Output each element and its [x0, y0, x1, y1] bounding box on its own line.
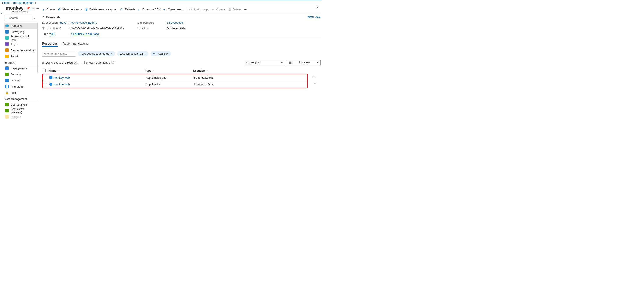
deployments-icon	[5, 66, 9, 70]
sidebar-item-events[interactable]: Events	[4, 53, 37, 59]
cube-icon	[5, 24, 9, 28]
column-header-type[interactable]: Type↑↓	[145, 69, 193, 72]
shield-icon	[5, 72, 9, 76]
breadcrumb-separator-icon: ›	[11, 1, 12, 4]
essentials-collapse-icon[interactable]: ⌃	[42, 16, 45, 19]
location-label: Location	[137, 26, 164, 31]
subscription-move-link[interactable]: move	[60, 21, 66, 24]
open-query-button[interactable]: ∞ Open query	[164, 8, 183, 11]
table-row[interactable]: monkey-web App Service plan Southeast As…	[43, 74, 307, 81]
sidebar-search[interactable]: ⌕	[4, 15, 32, 21]
access-control-icon	[5, 36, 9, 40]
select-all-checkbox[interactable]	[42, 69, 46, 72]
sort-icon: ↑↓	[206, 70, 208, 72]
sidebar-search-input[interactable]	[8, 16, 28, 20]
sidebar-section-cost: Cost Management	[4, 96, 37, 102]
refresh-icon: ⟳	[120, 8, 124, 11]
view-dropdown[interactable]: ☰ List view ▾	[287, 60, 321, 65]
resource-location: Southeast Asia	[194, 83, 238, 86]
breadcrumb-home[interactable]: Home	[2, 1, 10, 4]
cost-analysis-icon	[5, 103, 9, 106]
app-service-plan-icon	[49, 76, 52, 79]
sort-icon: ↑↓	[58, 70, 59, 72]
resource-location: Southeast Asia	[194, 76, 238, 79]
manage-view-button[interactable]: ⚙ Manage view ▾	[58, 8, 82, 11]
list-view-icon: ☰	[289, 61, 292, 64]
breadcrumb-separator-icon: ›	[35, 1, 36, 4]
sidebar-item-overview[interactable]: Overview	[4, 22, 37, 29]
delete-rg-button[interactable]: 🗑 Delete resource group	[85, 8, 118, 11]
deployments-link[interactable]: 1 Succeeded	[166, 21, 183, 24]
location-value: : Southeast Asia	[165, 26, 186, 31]
visualizer-icon	[5, 48, 9, 52]
close-blade-icon[interactable]: ✕	[316, 6, 319, 9]
grouping-dropdown[interactable]: No grouping ▾	[244, 60, 285, 65]
refresh-button[interactable]: ⟳ Refresh	[120, 8, 135, 11]
info-icon: ⓘ	[111, 60, 114, 64]
close-icon[interactable]: ✕	[111, 52, 113, 55]
sidebar-item-deployments[interactable]: Deployments	[4, 65, 37, 71]
column-header-name[interactable]: Name↑↓	[49, 69, 145, 72]
pin-icon[interactable]: 📌	[26, 6, 30, 10]
breadcrumb: Home › Resource groups ›	[0, 0, 322, 5]
gear-icon: ⚙	[58, 8, 61, 11]
subscription-id-label: Subscription ID	[42, 26, 68, 31]
sidebar-item-resource-visualizer[interactable]: Resource visualizer	[4, 47, 37, 53]
essentials-title: Essentials	[46, 16, 61, 19]
add-filter-button[interactable]: ⁺▽ Add filter	[150, 51, 171, 56]
row-checkbox[interactable]	[43, 82, 46, 86]
download-icon: ↓	[138, 8, 141, 11]
subscription-link[interactable]: Azure subscription 1	[71, 21, 97, 24]
collapse-sidebar-icon[interactable]: «	[34, 17, 35, 19]
sidebar-item-budgets[interactable]: Budgets	[4, 114, 37, 120]
create-button[interactable]: ＋ Create	[42, 8, 55, 11]
breadcrumb-resource-groups[interactable]: Resource groups	[13, 1, 34, 4]
activity-log-icon	[5, 30, 9, 34]
row-checkbox[interactable]	[43, 76, 46, 79]
filter-pill-type[interactable]: Type equals 2 selected ✕	[78, 51, 115, 56]
tab-strip: Resources Recommendations	[42, 42, 321, 47]
sidebar-item-tags[interactable]: Tags	[4, 41, 37, 47]
sidebar-item-access-control[interactable]: Access control (IAM)	[4, 35, 37, 41]
subscription-label: Subscription (move)	[42, 20, 68, 26]
filter-input[interactable]: Filter for any field...	[42, 51, 76, 56]
resources-table: Name↑↓ Type↑↓ Location↑↓ monkey-web	[42, 68, 321, 88]
close-icon[interactable]: ✕	[144, 52, 146, 55]
resource-type: App Service	[146, 83, 194, 86]
tag-icon	[5, 42, 9, 46]
row-menu-button[interactable]: ⋯	[312, 82, 316, 86]
arrow-right-icon: →	[211, 8, 214, 11]
assign-tags-button: 🏷 Assign tags	[189, 8, 208, 11]
plus-icon: ＋	[42, 8, 45, 11]
filter-pill-location[interactable]: Location equals all ✕	[117, 51, 148, 56]
row-menu-button[interactable]: ⋯	[312, 75, 316, 79]
move-button: → Move ▾	[211, 8, 225, 11]
chevron-down-icon: ▾	[317, 61, 319, 64]
column-header-location[interactable]: Location↑↓	[193, 69, 237, 72]
sidebar-item-locks[interactable]: 🔒 Locks	[4, 90, 37, 96]
tags-add-link[interactable]: Click here to add tags	[71, 32, 99, 36]
page-subtitle: Resource group	[10, 10, 37, 13]
tab-recommendations[interactable]: Recommendations	[63, 42, 88, 47]
star-icon[interactable]: ☆	[32, 6, 34, 10]
overflow-button[interactable]: ⋯	[244, 8, 247, 11]
export-csv-button[interactable]: ↓ Export to CSV	[138, 8, 160, 11]
json-view-link[interactable]: JSON View	[307, 16, 321, 19]
trash-icon: 🗑	[228, 8, 232, 11]
resource-link[interactable]: monkey-web	[54, 83, 70, 86]
sidebar-item-policies[interactable]: Policies	[4, 77, 37, 84]
sidebar-item-activity-log[interactable]: Activity log	[4, 29, 37, 35]
table-row[interactable]: monkey-web App Service Southeast Asia	[43, 81, 307, 88]
resource-link[interactable]: monkey-web	[54, 76, 70, 79]
tab-resources[interactable]: Resources	[42, 42, 58, 47]
sidebar-item-security[interactable]: Security	[4, 71, 37, 77]
show-hidden-types-checkbox[interactable]: Show hidden types ⓘ	[81, 60, 114, 64]
policies-icon	[5, 79, 9, 82]
delete-button: 🗑 Delete	[228, 8, 241, 11]
query-icon: ∞	[164, 8, 167, 11]
sidebar-item-cost-analysis[interactable]: Cost analysis	[4, 102, 37, 108]
tags-edit-link[interactable]: edit	[50, 32, 54, 36]
sidebar-item-properties[interactable]: Properties	[4, 84, 37, 90]
sidebar-item-cost-alerts[interactable]: Cost alerts (preview)	[4, 108, 37, 114]
expand-rail-icon[interactable]: »	[1, 12, 2, 15]
